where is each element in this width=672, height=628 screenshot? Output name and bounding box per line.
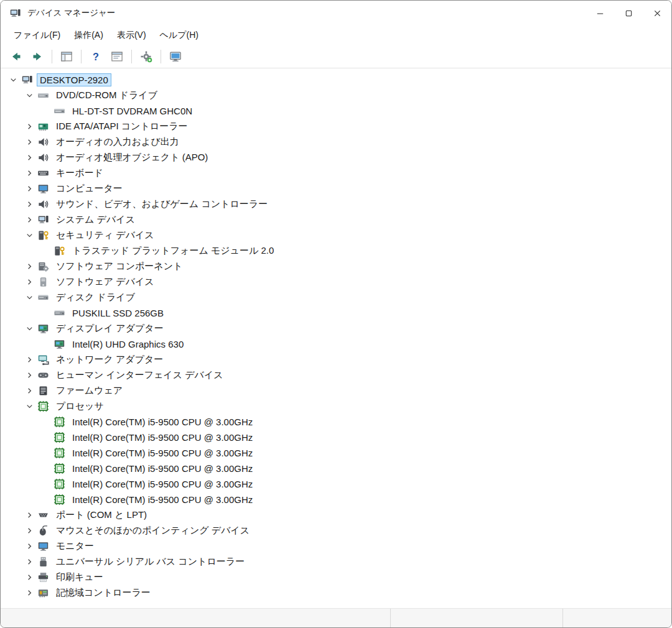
- tree-item[interactable]: キーボード: [1, 165, 671, 181]
- chevron-right-icon[interactable]: [22, 199, 37, 210]
- forward-button[interactable]: [27, 48, 47, 65]
- chevron-right-icon[interactable]: [22, 261, 37, 272]
- tree-item[interactable]: モニター: [1, 538, 671, 554]
- tree-item[interactable]: ユニバーサル シリアル バス コントローラー: [1, 554, 671, 570]
- tree-item[interactable]: Intel(R) Core(TM) i5-9500 CPU @ 3.00GHz: [1, 414, 671, 430]
- chevron-down-icon[interactable]: [22, 292, 37, 303]
- chevron-right-icon[interactable]: [22, 121, 37, 132]
- tree-item[interactable]: HL-DT-ST DVDRAM GHC0N: [1, 103, 671, 119]
- chevron-right-icon[interactable]: [22, 215, 37, 226]
- menu-file[interactable]: ファイル(F): [7, 27, 67, 44]
- chevron-right-icon[interactable]: [22, 556, 37, 568]
- tree-item[interactable]: Intel(R) UHD Graphics 630: [1, 336, 671, 352]
- chevron-right-icon[interactable]: [22, 572, 37, 583]
- menu-help[interactable]: ヘルプ(H): [153, 27, 205, 44]
- maximize-button[interactable]: [614, 1, 643, 25]
- minimize-icon: [595, 9, 605, 18]
- tree-item[interactable]: システム デバイス: [1, 212, 671, 228]
- computer-icon: [37, 214, 49, 226]
- tree-item[interactable]: マウスとそのほかのポインティング デバイス: [1, 523, 671, 538]
- tree-item[interactable]: 記憶域コントローラー: [1, 585, 671, 601]
- display-icon: [37, 323, 49, 335]
- chevron-right-icon[interactable]: [22, 588, 37, 599]
- tree-item-label: 記憶域コントローラー: [53, 586, 154, 600]
- svg-text:?: ?: [93, 51, 99, 62]
- menu-view[interactable]: 表示(V): [110, 27, 153, 44]
- tree-item-label: ヒューマン インターフェイス デバイス: [53, 368, 226, 382]
- window-title: デバイス マネージャー: [27, 7, 115, 19]
- show-console-tree-button[interactable]: [57, 48, 77, 65]
- app-icon: [9, 7, 21, 19]
- tree-item[interactable]: ネットワーク アダプター: [1, 352, 671, 367]
- cpu-icon: [37, 400, 49, 412]
- chevron-down-icon[interactable]: [22, 323, 37, 335]
- titlebar[interactable]: デバイス マネージャー: [1, 1, 671, 25]
- tree-item-label: Intel(R) Core(TM) i5-9500 CPU @ 3.00GHz: [69, 431, 256, 444]
- tree-item[interactable]: ディスク ドライブ: [1, 290, 671, 305]
- tree-item[interactable]: Intel(R) Core(TM) i5-9500 CPU @ 3.00GHz: [1, 430, 671, 445]
- tree-item[interactable]: ヒューマン インターフェイス デバイス: [1, 367, 671, 383]
- tree-item[interactable]: Intel(R) Core(TM) i5-9500 CPU @ 3.00GHz: [1, 492, 671, 507]
- scan-hardware-button[interactable]: [136, 48, 156, 65]
- tree-item-label: ソフトウェア コンポーネント: [53, 259, 185, 274]
- chevron-right-icon[interactable]: [22, 168, 37, 179]
- chevron-down-icon[interactable]: [6, 75, 21, 86]
- tree-item[interactable]: 印刷キュー: [1, 570, 671, 585]
- tree-item-label: DVD/CD-ROM ドライブ: [53, 88, 161, 103]
- forward-icon: [31, 50, 44, 63]
- chevron-down-icon[interactable]: [22, 401, 37, 412]
- tree-item[interactable]: ポート (COM と LPT): [1, 507, 671, 523]
- chevron-right-icon[interactable]: [22, 541, 37, 552]
- twisty-spacer: [38, 308, 54, 319]
- tree-item[interactable]: ソフトウェア コンポーネント: [1, 259, 671, 274]
- chevron-right-icon[interactable]: [22, 354, 37, 366]
- menu-action[interactable]: 操作(A): [67, 27, 110, 44]
- twisty-spacer: [38, 106, 54, 117]
- statusbar-section: [562, 609, 671, 627]
- tree-item[interactable]: コンピューター: [1, 181, 671, 196]
- tree-item[interactable]: プロセッサ: [1, 399, 671, 414]
- tree-item[interactable]: IDE ATA/ATAPI コントローラー: [1, 119, 671, 134]
- display-icon: [54, 338, 65, 350]
- tree-item[interactable]: サウンド、ビデオ、およびゲーム コントローラー: [1, 196, 671, 212]
- tree-item[interactable]: Intel(R) Core(TM) i5-9500 CPU @ 3.00GHz: [1, 445, 671, 461]
- tree-item[interactable]: DESKTOP-2920: [1, 72, 671, 88]
- tree-item-label: Intel(R) Core(TM) i5-9500 CPU @ 3.00GHz: [69, 462, 256, 475]
- tree-item-label: キーボード: [53, 166, 106, 180]
- chevron-right-icon[interactable]: [22, 510, 37, 521]
- chevron-right-icon[interactable]: [22, 277, 37, 288]
- chevron-right-icon[interactable]: [22, 183, 37, 195]
- remote-computer-button[interactable]: [166, 48, 185, 65]
- tree-item[interactable]: セキュリティ デバイス: [1, 228, 671, 243]
- menubar: ファイル(F) 操作(A) 表示(V) ヘルプ(H): [1, 25, 671, 45]
- tree-item[interactable]: ディスプレイ アダプター: [1, 321, 671, 336]
- minimize-button[interactable]: [586, 1, 614, 25]
- tree-item-label: HL-DT-ST DVDRAM GHC0N: [69, 104, 195, 118]
- chevron-down-icon[interactable]: [22, 230, 37, 241]
- chevron-right-icon[interactable]: [22, 525, 37, 537]
- chevron-right-icon[interactable]: [22, 386, 37, 397]
- security-icon: [54, 245, 65, 257]
- tree-item[interactable]: ソフトウェア デバイス: [1, 274, 671, 290]
- dvd-icon: [37, 90, 49, 101]
- chevron-down-icon[interactable]: [22, 90, 37, 101]
- tree-item[interactable]: DVD/CD-ROM ドライブ: [1, 88, 671, 103]
- properties-button[interactable]: [107, 48, 127, 65]
- tree-item[interactable]: オーディオの入力および出力: [1, 134, 671, 150]
- tree-item-label: オーディオの入力および出力: [53, 135, 182, 149]
- tree-item[interactable]: PUSKILL SSD 256GB: [1, 305, 671, 321]
- back-button[interactable]: [6, 48, 26, 65]
- tree-item-label: PUSKILL SSD 256GB: [69, 307, 167, 320]
- help-button[interactable]: ?: [86, 48, 106, 65]
- tree-item[interactable]: Intel(R) Core(TM) i5-9500 CPU @ 3.00GHz: [1, 461, 671, 476]
- tree-item-label: モニター: [53, 539, 97, 553]
- tree-item[interactable]: オーディオ処理オブジェクト (APO): [1, 150, 671, 165]
- close-button[interactable]: [643, 1, 671, 25]
- tree-item[interactable]: トラステッド プラットフォーム モジュール 2.0: [1, 243, 671, 259]
- chevron-right-icon[interactable]: [22, 370, 37, 381]
- chevron-right-icon[interactable]: [22, 137, 37, 148]
- tree-item[interactable]: Intel(R) Core(TM) i5-9500 CPU @ 3.00GHz: [1, 476, 671, 492]
- tree-item[interactable]: ファームウェア: [1, 383, 671, 399]
- chevron-right-icon[interactable]: [22, 152, 37, 164]
- tree-item-label: コンピューター: [53, 182, 126, 196]
